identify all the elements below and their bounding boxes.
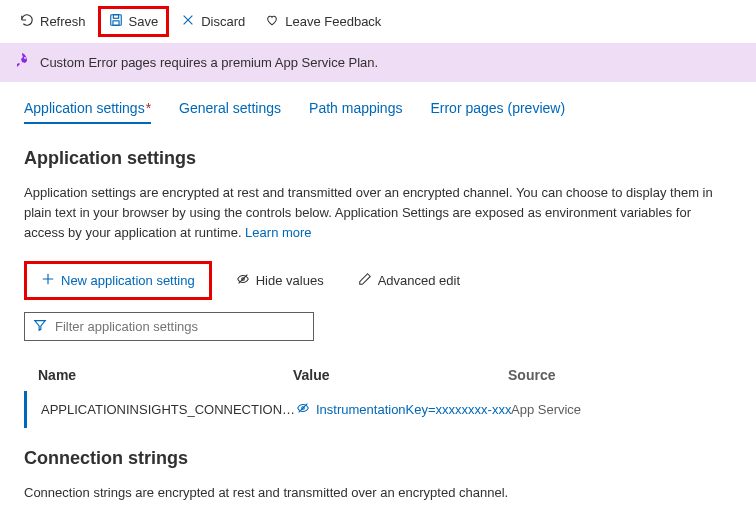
toolbar: Refresh Save Discard Leave Feedback — [0, 0, 756, 43]
col-header-name[interactable]: Name — [38, 367, 293, 383]
tab-general-settings[interactable]: General settings — [179, 100, 281, 124]
save-button[interactable]: Save — [98, 6, 170, 37]
actions-row: New application setting Hide values Adva… — [24, 261, 732, 300]
save-label: Save — [129, 14, 159, 29]
hide-values-button[interactable]: Hide values — [226, 266, 334, 295]
svg-rect-1 — [113, 15, 118, 19]
app-settings-description: Application settings are encrypted at re… — [24, 183, 724, 243]
discard-label: Discard — [201, 14, 245, 29]
tabs: Application settings* General settings P… — [0, 82, 756, 124]
premium-banner: Custom Error pages requires a premium Ap… — [0, 43, 756, 82]
setting-name: APPLICATIONINSIGHTS_CONNECTION_STRING — [41, 402, 296, 417]
connection-strings-heading: Connection strings — [24, 448, 732, 469]
setting-source: App Service — [511, 402, 718, 417]
feedback-label: Leave Feedback — [285, 14, 381, 29]
learn-more-link[interactable]: Learn more — [245, 225, 311, 240]
filter-input[interactable] — [55, 319, 305, 334]
tab-path-mappings[interactable]: Path mappings — [309, 100, 402, 124]
filter-box[interactable] — [24, 312, 314, 341]
new-application-setting-button[interactable]: New application setting — [24, 261, 212, 300]
connection-strings-section: Connection strings Connection strings ar… — [0, 438, 756, 507]
col-header-source[interactable]: Source — [508, 367, 718, 383]
application-settings-section: Application settings Application setting… — [0, 124, 756, 438]
table-row[interactable]: APPLICATIONINSIGHTS_CONNECTION_STRING In… — [24, 391, 732, 428]
pencil-icon — [358, 272, 372, 289]
advanced-edit-button[interactable]: Advanced edit — [348, 266, 470, 295]
setting-value: InstrumentationKey=xxxxxxxx-xxxx-xxxx — [296, 401, 511, 418]
svg-rect-0 — [110, 15, 121, 26]
table-header: Name Value Source — [24, 359, 732, 391]
col-header-value[interactable]: Value — [293, 367, 508, 383]
discard-icon — [181, 13, 195, 30]
feedback-button[interactable]: Leave Feedback — [257, 9, 389, 34]
save-icon — [109, 13, 123, 30]
dirty-indicator: * — [146, 100, 151, 116]
eye-icon[interactable] — [296, 401, 310, 418]
refresh-button[interactable]: Refresh — [12, 9, 94, 34]
setting-value-link[interactable]: InstrumentationKey=xxxxxxxx-xxxx-xxxx — [316, 402, 511, 417]
rocket-icon — [14, 53, 30, 72]
settings-table: Name Value Source APPLICATIONINSIGHTS_CO… — [24, 359, 732, 428]
tab-application-settings[interactable]: Application settings* — [24, 100, 151, 124]
refresh-label: Refresh — [40, 14, 86, 29]
banner-text: Custom Error pages requires a premium Ap… — [40, 55, 378, 70]
plus-icon — [41, 272, 55, 289]
app-settings-heading: Application settings — [24, 148, 732, 169]
discard-button[interactable]: Discard — [173, 9, 253, 34]
heart-icon — [265, 13, 279, 30]
svg-rect-2 — [112, 21, 118, 25]
refresh-icon — [20, 13, 34, 30]
connection-strings-description: Connection strings are encrypted at rest… — [24, 483, 724, 503]
filter-icon — [33, 318, 47, 335]
tab-error-pages[interactable]: Error pages (preview) — [430, 100, 565, 124]
eye-off-icon — [236, 272, 250, 289]
